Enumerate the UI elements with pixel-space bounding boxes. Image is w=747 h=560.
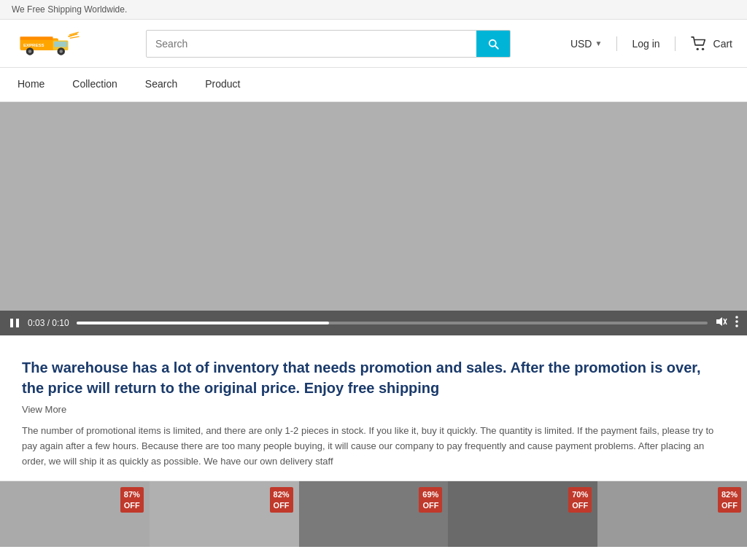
svg-point-13 bbox=[701, 47, 703, 50]
currency-selector[interactable]: USD ▼ bbox=[570, 38, 602, 50]
svg-marker-16 bbox=[716, 317, 722, 326]
header: EXPRESS USD ▼ Log in Cart bbox=[0, 20, 747, 68]
svg-point-21 bbox=[735, 324, 738, 327]
discount-badge-2: 82%OFF bbox=[270, 487, 293, 513]
product-card-3[interactable]: 69%OFF bbox=[299, 481, 449, 547]
product-card-5[interactable]: 82%OFF bbox=[597, 481, 747, 547]
pause-button[interactable] bbox=[9, 317, 20, 329]
svg-rect-7 bbox=[20, 36, 53, 40]
search-icon bbox=[487, 37, 500, 50]
discount-badge-5: 82%OFF bbox=[718, 487, 741, 513]
svg-text:EXPRESS: EXPRESS bbox=[23, 43, 44, 47]
logo-icon: EXPRESS bbox=[15, 27, 80, 60]
logo-area: EXPRESS bbox=[15, 27, 131, 60]
top-bar-message: We Free Shipping Worldwide. bbox=[12, 4, 127, 15]
svg-rect-14 bbox=[10, 319, 13, 327]
mute-button[interactable] bbox=[715, 316, 728, 330]
pause-icon bbox=[9, 317, 20, 329]
discount-badge-4: 70%OFF bbox=[568, 487, 592, 513]
cart-button[interactable]: Cart bbox=[690, 36, 732, 52]
svg-point-12 bbox=[696, 47, 698, 50]
search-bar[interactable] bbox=[146, 30, 511, 58]
nav-item-search[interactable]: Search bbox=[142, 68, 180, 101]
promo-heading: The warehouse has a lot of inventory tha… bbox=[22, 357, 725, 398]
video-controls: 0:03 / 0:10 bbox=[0, 311, 747, 335]
main-nav: Home Collection Search Product bbox=[0, 68, 747, 102]
promo-section: The warehouse has a lot of inventory tha… bbox=[0, 335, 747, 481]
promo-body-text: The number of promotional items is limit… bbox=[22, 424, 725, 469]
svg-point-19 bbox=[735, 316, 738, 319]
top-bar: We Free Shipping Worldwide. bbox=[0, 0, 747, 20]
video-time: 0:03 / 0:10 bbox=[28, 318, 69, 328]
video-section: 0:03 / 0:10 bbox=[0, 102, 747, 335]
svg-point-6 bbox=[60, 50, 63, 53]
currency-chevron-icon: ▼ bbox=[595, 39, 602, 47]
header-divider bbox=[616, 36, 617, 51]
header-right: USD ▼ Log in Cart bbox=[570, 36, 732, 52]
products-row: 87%OFF 82%OFF 69%OFF 70%OFF 82%OFF bbox=[0, 481, 747, 547]
more-options-icon bbox=[735, 315, 738, 328]
header-divider-2 bbox=[675, 36, 676, 51]
discount-badge-3: 69%OFF bbox=[419, 487, 442, 513]
video-placeholder bbox=[0, 102, 747, 335]
product-card-4[interactable]: 70%OFF bbox=[448, 481, 597, 547]
nav-item-collection[interactable]: Collection bbox=[69, 68, 120, 101]
video-progress-bar[interactable] bbox=[77, 322, 708, 324]
more-options-button[interactable] bbox=[735, 315, 738, 331]
nav-item-product[interactable]: Product bbox=[202, 68, 243, 101]
nav-item-home[interactable]: Home bbox=[15, 68, 47, 101]
svg-point-4 bbox=[28, 50, 32, 53]
video-progress-fill bbox=[77, 322, 329, 324]
currency-label: USD bbox=[570, 38, 592, 50]
cart-label: Cart bbox=[713, 38, 732, 50]
search-button[interactable] bbox=[476, 31, 510, 57]
product-card-1[interactable]: 87%OFF bbox=[0, 481, 150, 547]
cart-icon bbox=[690, 36, 709, 52]
svg-point-20 bbox=[735, 320, 738, 323]
svg-rect-2 bbox=[54, 42, 67, 47]
svg-rect-15 bbox=[16, 319, 19, 327]
svg-line-9 bbox=[70, 36, 80, 38]
search-input[interactable] bbox=[147, 32, 476, 55]
volume-icon bbox=[715, 316, 728, 327]
product-card-2[interactable]: 82%OFF bbox=[150, 481, 299, 547]
login-button[interactable]: Log in bbox=[632, 38, 659, 50]
view-more-link[interactable]: View More bbox=[22, 404, 725, 415]
discount-badge-1: 87%OFF bbox=[120, 487, 144, 513]
